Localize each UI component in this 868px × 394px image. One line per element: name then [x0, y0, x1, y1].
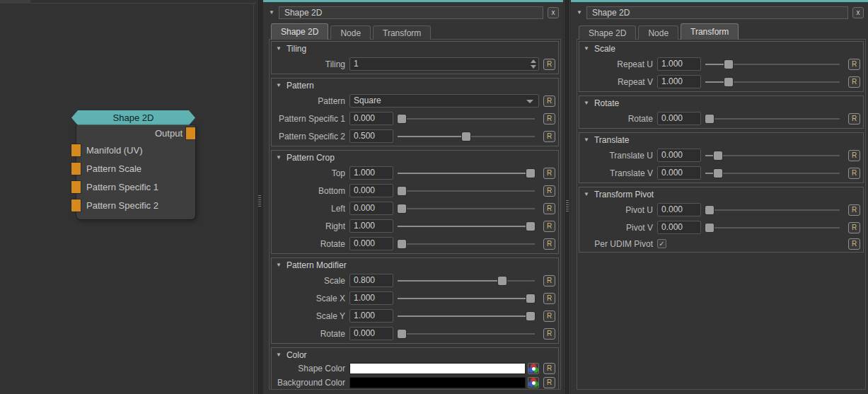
param-slider[interactable]	[398, 237, 535, 251]
param-slider[interactable]	[705, 149, 840, 163]
close-button[interactable]: x	[548, 7, 559, 18]
collapse-triangle-icon[interactable]: ▼	[276, 46, 282, 52]
reset-button[interactable]: R	[543, 363, 555, 374]
shape-2d-node[interactable]: Shape 2D Output Manifold (UV) Pattern Sc…	[71, 110, 195, 219]
slider-handle[interactable]	[705, 115, 714, 123]
collapse-triangle-icon[interactable]: ▼	[584, 100, 589, 106]
close-button[interactable]: x	[852, 7, 864, 18]
param-slider[interactable]	[705, 112, 840, 126]
pattern-dropdown[interactable]: Square	[349, 94, 539, 108]
param-slider[interactable]	[705, 75, 840, 89]
tiling-spinbox[interactable]: 1	[349, 57, 539, 71]
value-field[interactable]: 0.000	[349, 327, 393, 340]
input-port[interactable]	[71, 163, 81, 175]
value-field[interactable]: 0.000	[657, 112, 701, 125]
input-port[interactable]	[71, 199, 81, 212]
panel-title[interactable]: Shape 2D	[586, 6, 848, 19]
reset-button[interactable]: R	[543, 275, 555, 286]
section-header[interactable]: ▼ Translate	[579, 133, 863, 146]
param-slider[interactable]	[398, 291, 535, 306]
slider-handle[interactable]	[498, 277, 507, 285]
reset-button[interactable]: R	[543, 113, 555, 124]
reset-button[interactable]: R	[848, 222, 860, 233]
section-header[interactable]: ▼ Transform Pivot	[579, 187, 863, 201]
param-slider[interactable]	[705, 57, 840, 71]
reset-button[interactable]: R	[543, 238, 555, 250]
value-field[interactable]: 1.000	[349, 309, 393, 323]
reset-button[interactable]: R	[543, 311, 555, 322]
slider-handle[interactable]	[724, 60, 733, 69]
tab-node[interactable]: Node	[330, 25, 371, 40]
param-slider[interactable]	[398, 129, 535, 144]
section-header[interactable]: ▼ Pattern Modifier	[272, 258, 558, 272]
panel-collapse-icon[interactable]: ▼	[577, 10, 582, 16]
per-udim-pivot-checkbox[interactable]: ✓	[657, 239, 666, 248]
value-field[interactable]: 0.000	[349, 237, 393, 250]
slider-handle[interactable]	[398, 115, 406, 123]
param-slider[interactable]	[398, 184, 535, 198]
param-slider[interactable]	[398, 112, 535, 126]
value-field[interactable]: 0.500	[349, 129, 393, 143]
reset-button[interactable]: R	[543, 203, 555, 214]
slider-handle[interactable]	[526, 294, 535, 303]
slider-handle[interactable]	[714, 151, 722, 160]
reset-button[interactable]: R	[848, 150, 860, 161]
tab-node[interactable]: Node	[638, 25, 678, 40]
reset-button[interactable]: R	[848, 238, 860, 250]
param-slider[interactable]	[705, 221, 840, 235]
spin-up-icon[interactable]	[531, 59, 536, 63]
param-slider[interactable]	[398, 327, 535, 341]
param-slider[interactable]	[398, 166, 535, 180]
value-field[interactable]: 1.000	[349, 166, 393, 180]
reset-button[interactable]: R	[543, 168, 555, 179]
reset-button[interactable]: R	[848, 168, 860, 179]
reset-button[interactable]: R	[848, 113, 860, 124]
slider-handle[interactable]	[398, 187, 406, 195]
value-field[interactable]: 0.800	[349, 274, 393, 287]
section-header[interactable]: ▼ Color	[272, 348, 558, 361]
section-header[interactable]: ▼ Scale	[579, 42, 863, 55]
node-body[interactable]: Output Manifold (UV) Pattern Scale Patte…	[76, 125, 195, 219]
reset-button[interactable]: R	[543, 95, 555, 107]
shape-color-swatch[interactable]	[349, 363, 526, 374]
slider-handle[interactable]	[705, 206, 714, 214]
section-header[interactable]: ▼ Pattern	[272, 79, 558, 92]
tab-shape-2d[interactable]: Shape 2D	[271, 23, 328, 40]
reset-button[interactable]: R	[543, 185, 555, 197]
reset-button[interactable]: R	[543, 328, 555, 340]
param-slider[interactable]	[398, 202, 535, 216]
param-slider[interactable]	[398, 309, 535, 323]
input-port[interactable]	[71, 144, 81, 156]
param-slider[interactable]	[398, 274, 535, 288]
splitter[interactable]	[256, 0, 263, 394]
spinner-buttons[interactable]	[531, 59, 536, 69]
reset-button[interactable]: R	[848, 59, 860, 70]
slider-handle[interactable]	[526, 169, 535, 178]
section-header[interactable]: ▼ Rotate	[579, 96, 863, 110]
splitter-grip-icon[interactable]	[258, 195, 261, 208]
value-field[interactable]: 0.000	[657, 221, 701, 234]
splitter-grip-icon[interactable]	[566, 200, 569, 213]
section-header[interactable]: ▼ Tiling	[272, 42, 558, 55]
collapse-triangle-icon[interactable]: ▼	[276, 262, 282, 268]
node-graph-canvas[interactable]: Shape 2D Output Manifold (UV) Pattern Sc…	[0, 0, 256, 394]
panel-title[interactable]: Shape 2D	[279, 6, 543, 19]
value-field[interactable]: 0.000	[349, 202, 393, 215]
value-field[interactable]: 1.000	[349, 219, 393, 233]
slider-handle[interactable]	[724, 78, 733, 86]
param-slider[interactable]	[705, 203, 840, 217]
tab-transform[interactable]: Transform	[373, 25, 431, 40]
slider-handle[interactable]	[526, 312, 535, 320]
input-port[interactable]	[71, 181, 81, 193]
reset-button[interactable]: R	[543, 59, 555, 70]
color-picker-icon[interactable]	[528, 363, 539, 374]
panel-collapse-icon[interactable]: ▼	[269, 10, 274, 16]
reset-button[interactable]: R	[543, 131, 555, 142]
reset-button[interactable]: R	[543, 293, 555, 304]
splitter[interactable]	[563, 0, 571, 394]
value-field[interactable]: 0.000	[349, 112, 393, 125]
value-field[interactable]: 0.000	[657, 166, 701, 180]
collapse-triangle-icon[interactable]: ▼	[584, 192, 589, 197]
tab-shape-2d[interactable]: Shape 2D	[579, 25, 636, 40]
collapse-triangle-icon[interactable]: ▼	[584, 137, 589, 143]
